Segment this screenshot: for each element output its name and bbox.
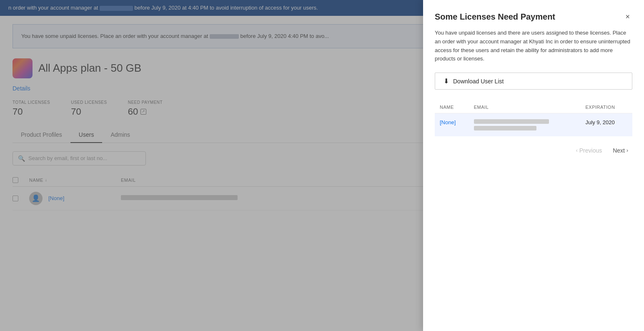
panel-title: Some Licenses Need Payment: [435, 12, 555, 22]
panel-row-name: [None]: [435, 113, 469, 137]
next-button[interactable]: Next ›: [609, 145, 632, 156]
next-label: Next: [613, 147, 625, 154]
side-panel: Some Licenses Need Payment × You have un…: [423, 0, 644, 331]
close-button[interactable]: ×: [623, 12, 632, 22]
panel-col-expiration: EXPIRATION: [581, 101, 632, 113]
panel-email-redacted-2: [474, 126, 536, 130]
download-user-list-button[interactable]: ⬇ Download User List: [435, 73, 632, 90]
panel-row-expiration: July 9, 2020: [581, 113, 632, 137]
panel-table: NAME EMAIL EXPIRATION [None] July 9, 202…: [435, 101, 632, 136]
panel-table-row: [None] July 9, 2020: [435, 113, 632, 137]
panel-table-header-row: NAME EMAIL EXPIRATION: [435, 101, 632, 113]
panel-email-redacted-1: [474, 119, 549, 124]
previous-label: Previous: [579, 147, 602, 154]
download-button-label: Download User List: [453, 78, 504, 85]
chevron-left-icon: ‹: [576, 148, 578, 153]
download-icon: ⬇: [444, 77, 449, 85]
panel-col-name: NAME: [435, 101, 469, 113]
previous-button[interactable]: ‹ Previous: [572, 145, 606, 156]
pagination: ‹ Previous Next ›: [435, 145, 632, 156]
panel-row-email: [469, 113, 581, 137]
panel-description: You have unpaid licenses and there are u…: [435, 29, 632, 63]
chevron-right-icon: ›: [626, 148, 628, 153]
panel-header: Some Licenses Need Payment ×: [435, 12, 632, 22]
panel-col-email: EMAIL: [469, 101, 581, 113]
panel-user-name-link[interactable]: [None]: [440, 119, 456, 125]
